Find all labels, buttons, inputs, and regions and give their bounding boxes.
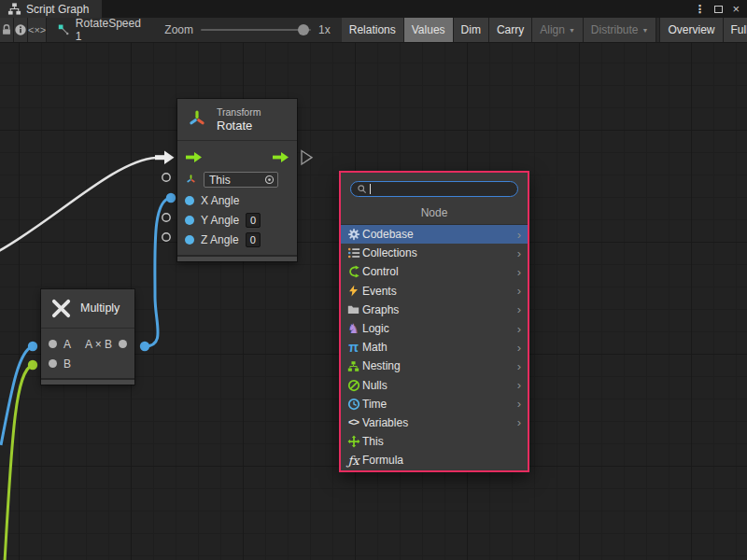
chevron-right-icon: ›: [517, 342, 524, 354]
zangle-row[interactable]: Z Angle 0: [177, 230, 297, 249]
popup-item-graphs[interactable]: Graphs ›: [341, 301, 528, 319]
chevron-right-icon: ›: [517, 247, 524, 259]
dim-button[interactable]: Dim: [454, 18, 489, 42]
graph-node-icon: [58, 23, 70, 36]
input-port-dot[interactable]: [49, 359, 57, 368]
xangle-row[interactable]: X Angle: [177, 190, 297, 210]
output-label: A × B: [85, 338, 112, 351]
port-label: B: [63, 357, 71, 371]
chevron-right-icon: ›: [517, 323, 524, 335]
search-input[interactable]: [374, 184, 512, 195]
kebab-menu-icon[interactable]: ⋮: [694, 3, 705, 16]
popup-item-collections[interactable]: Collections ›: [341, 244, 528, 262]
chevron-right-icon: ›: [517, 360, 524, 372]
flow-input-arrow-icon[interactable]: [185, 151, 203, 163]
maximize-icon[interactable]: [714, 6, 723, 13]
script-graph-icon: [7, 2, 21, 16]
node-title: Multiply: [80, 301, 120, 316]
chevron-right-icon: ›: [517, 285, 524, 297]
value-port-dot[interactable]: [185, 216, 194, 225]
nulls-slash-icon: [345, 379, 361, 392]
text-caret: [370, 184, 371, 194]
yangle-row[interactable]: Y Angle 0: [177, 210, 297, 230]
chevron-right-icon: ›: [517, 303, 524, 315]
values-button[interactable]: Values: [404, 18, 454, 42]
search-box[interactable]: [350, 181, 518, 197]
relations-button[interactable]: Relations: [342, 18, 404, 42]
popup-item-variables[interactable]: <> Variables ›: [341, 413, 528, 432]
value-port-dot[interactable]: [185, 235, 194, 245]
carry-button[interactable]: Carry: [489, 18, 532, 42]
node-title: Rotate: [217, 119, 261, 133]
code-view-button[interactable]: <×>: [28, 18, 47, 42]
code-icon: <×>: [28, 25, 46, 35]
events-lightning-icon: [345, 285, 361, 297]
popup-header: Node: [341, 201, 528, 225]
object-picker-icon[interactable]: [264, 175, 275, 185]
control-branch-icon: [345, 265, 361, 278]
port-label: X Angle: [201, 194, 239, 207]
popup-item-formula[interactable]: ƒx Formula: [341, 451, 528, 469]
popup-item-codebase[interactable]: Codebase ›: [341, 225, 528, 244]
lock-icon: [0, 23, 13, 36]
popup-item-math[interactable]: π Math ›: [341, 338, 528, 357]
zoom-label: Zoom: [164, 23, 193, 36]
info-button[interactable]: [14, 18, 28, 42]
window-controls: ⋮ ×: [694, 0, 747, 18]
popup-item-events[interactable]: Events ›: [341, 282, 528, 301]
target-port-row: This: [177, 169, 297, 190]
popup-item-time[interactable]: Time ›: [341, 395, 528, 413]
rotate-node-header[interactable]: Transform Rotate: [177, 99, 297, 141]
tab-bar: Script Graph ⋮ ×: [0, 0, 747, 18]
close-icon[interactable]: ×: [732, 3, 740, 15]
output-port-dot[interactable]: [119, 340, 127, 348]
tab-script-graph[interactable]: Script Graph: [0, 0, 102, 18]
chevron-down-icon: ▼: [642, 27, 649, 34]
zoom-value: 1x: [318, 23, 331, 36]
graph-toolbar: <×> RotateSpeed 1 Zoom 1x Relations Valu…: [0, 18, 747, 43]
multiply-node-header[interactable]: Multiply: [41, 289, 134, 329]
chevron-right-icon: ›: [517, 266, 524, 278]
graph-name-label: RotateSpeed 1: [76, 18, 143, 43]
multiply-icon: [50, 298, 72, 319]
value-port-dot[interactable]: [185, 196, 194, 205]
search-icon: [357, 184, 367, 194]
variables-brackets-icon: <>: [345, 417, 361, 427]
target-value: This: [209, 174, 264, 187]
popup-item-control[interactable]: Control ›: [341, 262, 528, 281]
input-port-dot[interactable]: [49, 340, 57, 348]
nesting-graph-icon: [345, 360, 361, 372]
popup-item-this[interactable]: This: [341, 432, 528, 451]
zoom-slider[interactable]: [201, 29, 311, 31]
yangle-value-field[interactable]: 0: [246, 213, 261, 228]
popup-item-nesting[interactable]: Nesting ›: [341, 357, 528, 375]
overview-button[interactable]: Overview: [660, 18, 723, 42]
zoom-slider-handle[interactable]: [298, 24, 309, 35]
popup-item-nulls[interactable]: Nulls ›: [341, 376, 528, 395]
chevron-right-icon: ›: [517, 379, 524, 391]
flow-port-row: [177, 146, 297, 169]
distribute-dropdown[interactable]: Distribute▼: [584, 18, 657, 42]
multiply-node[interactable]: Multiply A A × B B: [41, 289, 134, 385]
search-area: [341, 173, 528, 201]
target-object-field[interactable]: This: [204, 172, 278, 188]
chevron-right-icon: ›: [517, 229, 524, 241]
lock-button[interactable]: [0, 18, 14, 42]
multiply-row-b[interactable]: B: [41, 354, 134, 373]
fullscreen-button[interactable]: Full Screen: [724, 18, 747, 42]
popup-item-logic[interactable]: ♞ Logic ›: [341, 319, 528, 338]
tab-label: Script Graph: [26, 3, 89, 16]
info-icon: [14, 23, 27, 36]
breadcrumb[interactable]: RotateSpeed 1: [47, 18, 155, 42]
rotate-node[interactable]: Transform Rotate This: [177, 99, 297, 261]
multiply-row-a[interactable]: A A × B: [41, 334, 134, 354]
graphs-folder-icon: [345, 303, 361, 315]
port-label: Y Angle: [201, 214, 239, 227]
align-dropdown[interactable]: Align▼: [532, 18, 584, 42]
zangle-value-field[interactable]: 0: [246, 232, 261, 247]
zoom-control: Zoom 1x: [155, 18, 339, 42]
node-category: Transform: [217, 105, 261, 119]
port-label: A: [63, 338, 71, 351]
flow-output-arrow-icon[interactable]: [272, 151, 289, 163]
port-label: Z Angle: [201, 233, 239, 246]
